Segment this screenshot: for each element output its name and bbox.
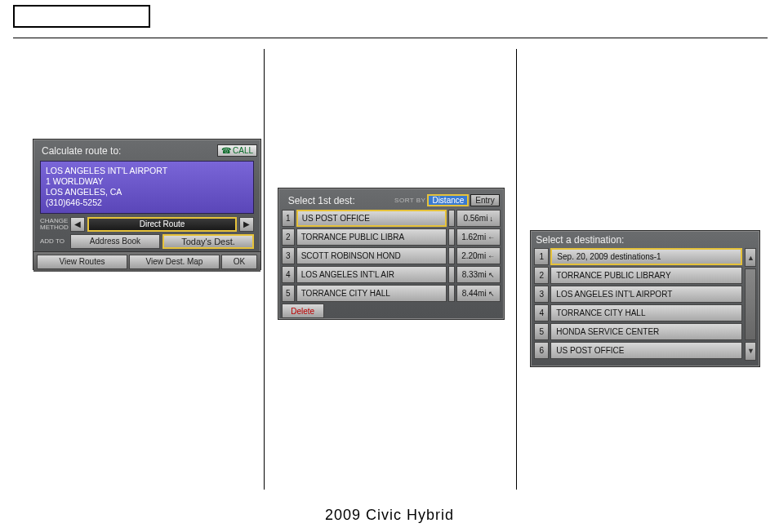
list-item[interactable]: 5 TORRANCE CITY HALL 8.44mi ↖ xyxy=(282,285,501,302)
ok-label: OK xyxy=(234,257,245,266)
columns: Calculate route to: ☎ CALL LOS ANGELES I… xyxy=(13,49,768,490)
direct-route-button[interactable]: Direct Route xyxy=(87,217,237,232)
delete-button[interactable]: Delete xyxy=(282,304,324,318)
list-item[interactable]: 1 US POST OFFICE 0.56mi ↓ xyxy=(282,210,501,227)
panel2-delete-row: Delete xyxy=(282,304,501,318)
todays-dest-label: Today's Dest. xyxy=(181,237,235,246)
list-item[interactable]: 6 US POST OFFICE xyxy=(534,342,742,359)
view-dest-map-button[interactable]: View Dest. Map xyxy=(129,255,220,269)
chevron-down-icon: ▼ xyxy=(747,347,755,355)
row-distance: 2.20mi ← xyxy=(456,247,501,264)
column-3: Select a destination: 1 Sep. 20, 2009 de… xyxy=(519,49,768,490)
view-dest-map-label: View Dest. Map xyxy=(146,257,203,266)
direction-icon: ← xyxy=(487,233,495,242)
scroll-up-button[interactable]: ▲ xyxy=(745,248,756,267)
chevron-up-icon: ▲ xyxy=(747,254,755,262)
view-routes-button[interactable]: View Routes xyxy=(37,255,127,269)
row-distance: 8.44mi ↖ xyxy=(456,285,501,302)
address-book-label: Address Book xyxy=(90,237,140,246)
row-number: 1 xyxy=(534,248,549,265)
row-name: US POST OFFICE xyxy=(550,342,742,359)
row-number: 3 xyxy=(534,286,549,303)
panel-select-destination: Select a destination: 1 Sep. 20, 2009 de… xyxy=(530,230,760,367)
list-item[interactable]: 2 TORRANCE PUBLIC LIBRARY xyxy=(534,267,742,284)
column-separator-1 xyxy=(264,49,265,490)
change-method-row: CHANGE METHOD ◀ Direct Route ▶ xyxy=(40,217,254,232)
row-distance: 0.56mi ↓ xyxy=(456,210,501,227)
change-method-label: CHANGE METHOD xyxy=(40,218,68,231)
direction-icon: ↓ xyxy=(489,215,493,223)
row-name: TORRANCE CITY HALL xyxy=(296,285,447,302)
dest-line1: LOS ANGELES INT'L AIRPORT xyxy=(46,166,248,176)
direct-route-label: Direct Route xyxy=(140,219,185,228)
add-to-row: ADD TO Address Book Today's Dest. xyxy=(40,234,254,249)
header-rule xyxy=(13,38,768,38)
scroll-down-button[interactable]: ▼ xyxy=(745,342,756,361)
phone-icon: ☎ xyxy=(221,146,231,155)
call-label: CALL xyxy=(233,146,253,155)
header-box xyxy=(13,5,150,28)
dest-line3: LOS ANGELES, CA xyxy=(46,187,248,197)
list-item[interactable]: 3 LOS ANGELES INT'L AIRPORT xyxy=(534,286,742,303)
list-item[interactable]: 4 LOS ANGELES INT'L AIR 8.33mi ↖ xyxy=(282,266,501,283)
row-number: 3 xyxy=(282,247,295,264)
row-divider xyxy=(448,285,455,302)
panel2-header: Select 1st dest: SORT BY Distance Entry xyxy=(278,188,504,210)
dest-line4: (310)646-5252 xyxy=(46,197,248,208)
panel3-title: Select a destination: xyxy=(531,231,759,248)
row-number: 5 xyxy=(282,285,295,302)
row-divider xyxy=(448,266,455,283)
panel2-title: Select 1st dest: xyxy=(283,192,360,208)
row-name: TORRANCE PUBLIC LIBRA xyxy=(296,228,447,246)
row-name: HONDA SERVICE CENTER xyxy=(550,323,742,340)
row-name: TORRANCE PUBLIC LIBRARY xyxy=(550,267,742,284)
address-book-button[interactable]: Address Book xyxy=(70,234,160,249)
list-item[interactable]: 1 Sep. 20, 2009 destinations-1 xyxy=(534,248,742,265)
next-method-button[interactable]: ▶ xyxy=(239,217,254,232)
prev-method-button[interactable]: ◀ xyxy=(70,217,85,232)
sort-by-group: SORT BY Distance Entry xyxy=(394,194,500,206)
list-item[interactable]: 5 HONDA SERVICE CENTER xyxy=(534,323,742,340)
row-distance-value: 0.56mi xyxy=(463,214,487,223)
panel3-body: 1 Sep. 20, 2009 destinations-1 2 TORRANC… xyxy=(534,248,756,361)
sort-entry-button[interactable]: Entry xyxy=(470,194,499,206)
todays-dest-button[interactable]: Today's Dest. xyxy=(162,234,254,249)
list-item[interactable]: 2 TORRANCE PUBLIC LIBRA 1.62mi ← xyxy=(282,228,501,246)
row-name: SCOTT ROBINSON HOND xyxy=(296,247,447,264)
list-item[interactable]: 4 TORRANCE CITY HALL xyxy=(534,304,742,321)
row-distance-value: 1.62mi xyxy=(461,233,486,242)
sort-entry-label: Entry xyxy=(475,196,494,205)
page-footer: 2009 Civic Hybrid xyxy=(0,507,779,524)
row-distance-value: 2.20mi xyxy=(461,251,486,260)
row-name: LOS ANGELES INT'L AIR xyxy=(296,266,447,283)
panel-calculate-route: Calculate route to: ☎ CALL LOS ANGELES I… xyxy=(33,139,261,270)
view-routes-label: View Routes xyxy=(60,257,105,266)
row-name: US POST OFFICE xyxy=(296,210,447,227)
panel1-title: Calculate route to: xyxy=(37,142,126,158)
row-name: Sep. 20, 2009 destinations-1 xyxy=(550,248,742,265)
row-divider xyxy=(448,210,455,227)
ok-button[interactable]: OK xyxy=(221,255,257,269)
sort-distance-label: Distance xyxy=(432,196,464,205)
column-1: Calculate route to: ☎ CALL LOS ANGELES I… xyxy=(13,49,262,490)
panel3-scrollbar: ▲ ▼ xyxy=(745,248,756,361)
scroll-track[interactable] xyxy=(745,268,756,339)
direction-icon: ← xyxy=(487,252,495,260)
row-number: 4 xyxy=(282,266,295,283)
panel2-list: 1 US POST OFFICE 0.56mi ↓ 2 TORRANCE PUB… xyxy=(282,210,501,302)
row-number: 1 xyxy=(282,210,295,227)
sort-distance-button[interactable]: Distance xyxy=(427,194,469,206)
list-item[interactable]: 3 SCOTT ROBINSON HOND 2.20mi ← xyxy=(282,247,501,264)
row-number: 6 xyxy=(534,342,549,359)
row-number: 4 xyxy=(534,304,549,321)
column-2: Select 1st dest: SORT BY Distance Entry … xyxy=(266,49,515,490)
dest-line2: 1 WORLDWAY xyxy=(46,176,248,187)
direction-icon: ↖ xyxy=(488,271,495,279)
panel1-header: Calculate route to: ☎ CALL xyxy=(33,140,260,161)
column-separator-2 xyxy=(516,49,517,490)
panel1-bottom-bar: View Routes View Dest. Map OK xyxy=(33,251,260,272)
direction-icon: ↖ xyxy=(488,290,495,298)
call-button[interactable]: ☎ CALL xyxy=(217,144,257,157)
row-name: LOS ANGELES INT'L AIRPORT xyxy=(550,286,742,303)
row-divider xyxy=(448,247,455,264)
